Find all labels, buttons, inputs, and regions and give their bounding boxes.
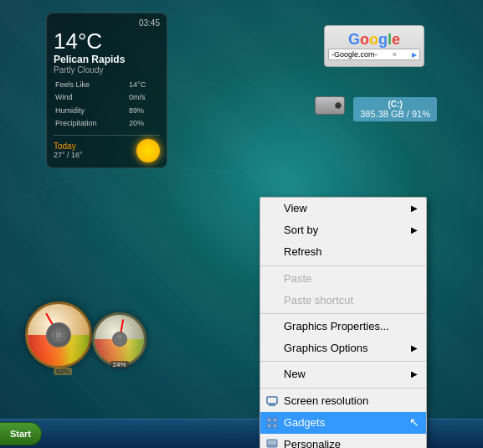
menu-item-new-label: New (284, 367, 306, 382)
view-submenu-arrow: ▶ (411, 203, 418, 214)
google-logo: Google (348, 32, 400, 47)
google-nav-button[interactable]: ▶ (412, 51, 417, 59)
menu-item-sort-by[interactable]: Sort by ▶ (260, 219, 426, 241)
cpu-gauge-bg (25, 301, 92, 368)
menu-item-refresh[interactable]: Refresh (260, 241, 426, 263)
svg-rect-14 (267, 397, 277, 404)
mem-gauge-label: 24% (110, 361, 128, 368)
feels-like-label: Feels Like (55, 80, 127, 91)
humidity-label: Humidity (55, 106, 127, 117)
svg-rect-18 (267, 418, 271, 422)
menu-item-paste: Paste (260, 268, 426, 290)
cursor-indicator: ↖ (409, 415, 419, 431)
weather-bottom: Today 27° / 16° (54, 135, 160, 162)
svg-rect-12 (119, 337, 120, 338)
mem-gauge: 24% (92, 312, 146, 367)
menu-item-gadgets[interactable]: Gadgets ↖ (260, 412, 426, 434)
new-submenu-arrow: ▶ (411, 368, 418, 380)
screen-resolution-icon (265, 394, 279, 408)
drive-letter: (C:) (360, 100, 430, 109)
humidity-value: 89% (129, 106, 158, 117)
menu-item-paste-shortcut: Paste shortcut (260, 290, 426, 312)
feels-like-value: 14°C (129, 80, 158, 91)
menu-item-graphics-options-label: Graphics Options (284, 341, 367, 356)
cpu-gauge: 02% (25, 301, 100, 377)
menu-item-gadgets-label: Gadgets (284, 415, 325, 430)
svg-rect-20 (267, 424, 271, 428)
weather-details: Feels Like 14°C Wind 0m/s Humidity 89% P… (54, 78, 160, 131)
graphics-options-submenu-arrow: ▶ (411, 342, 418, 354)
wind-value: 0m/s (129, 92, 158, 104)
weather-today-label: Today (54, 142, 83, 151)
context-menu: View ▶ Sort by ▶ Refresh Paste Paste sho… (259, 197, 427, 448)
menu-item-view[interactable]: View ▶ (260, 198, 426, 219)
google-url-bar[interactable]: -Google.com- × ▶ (328, 49, 420, 60)
drive-label: (C:) 385.38 GB / 91% (353, 97, 437, 121)
menu-item-graphics-properties[interactable]: Graphics Properties... (260, 316, 426, 337)
drive-icon (315, 96, 347, 121)
svg-rect-23 (267, 445, 277, 447)
desktop: 03:45 14°C Pelican Rapids Partly Cloudy … (0, 0, 483, 448)
svg-rect-13 (121, 337, 121, 338)
start-button-label: Start (10, 429, 31, 439)
drive-capacity: 385.38 GB / 91% (360, 109, 430, 119)
svg-rect-21 (273, 424, 277, 428)
menu-item-view-label: View (284, 201, 307, 216)
menu-item-new[interactable]: New ▶ (260, 363, 426, 385)
weather-description: Partly Cloudy (54, 65, 160, 75)
gauge-widget: 02% 24% (25, 297, 180, 381)
weather-time: 03:45 (54, 18, 160, 28)
mem-icon (112, 332, 127, 347)
weather-sun-icon (136, 139, 160, 162)
google-widget[interactable]: Google -Google.com- × ▶ (324, 25, 424, 67)
menu-item-paste-shortcut-label: Paste shortcut (284, 293, 353, 308)
weather-widget: 03:45 14°C Pelican Rapids Partly Cloudy … (46, 13, 167, 168)
wind-label: Wind (55, 92, 127, 104)
gadgets-icon (265, 416, 279, 430)
menu-item-sort-by-label: Sort by (284, 223, 318, 238)
drive-widget: (C:) 385.38 GB / 91% (315, 96, 437, 121)
google-close-button[interactable]: × (393, 50, 397, 59)
svg-rect-11 (117, 337, 118, 338)
precipitation-label: Precipitation (55, 118, 127, 130)
weather-temperature: 14°C (54, 29, 160, 54)
sort-by-submenu-arrow: ▶ (411, 224, 418, 236)
menu-item-screen-resolution-label: Screen resolution (284, 394, 368, 409)
menu-item-personalize[interactable]: Personalize (260, 434, 426, 448)
menu-item-paste-label: Paste (284, 271, 311, 286)
cpu-gauge-label: 02% (54, 368, 72, 375)
menu-item-personalize-label: Personalize (284, 437, 341, 448)
menu-item-graphics-properties-label: Graphics Properties... (284, 319, 389, 334)
svg-rect-0 (55, 332, 62, 338)
mem-gauge-bg (92, 312, 146, 367)
weather-today-temps: 27° / 16° (54, 151, 83, 159)
menu-separator-3 (260, 361, 426, 362)
menu-separator-4 (260, 388, 426, 389)
precipitation-value: 20% (129, 118, 158, 130)
personalize-icon (265, 438, 279, 448)
menu-item-screen-resolution[interactable]: Screen resolution (260, 390, 426, 412)
menu-separator-1 (260, 265, 426, 266)
google-url-text: -Google.com- (331, 50, 378, 59)
menu-separator-2 (260, 313, 426, 314)
menu-item-graphics-options[interactable]: Graphics Options ▶ (260, 337, 426, 359)
menu-item-refresh-label: Refresh (284, 245, 322, 260)
cpu-icon (46, 322, 71, 348)
start-button[interactable]: Start (0, 422, 42, 445)
weather-location: Pelican Rapids (54, 54, 160, 65)
svg-rect-19 (273, 418, 277, 422)
